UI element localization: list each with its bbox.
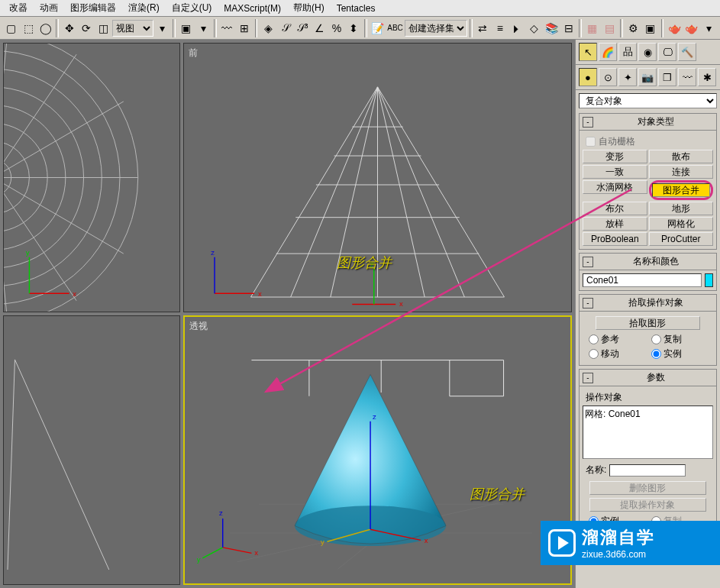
- menu-render[interactable]: 渲染(R): [122, 0, 166, 17]
- quick-render-icon[interactable]: 🫖: [683, 19, 699, 37]
- layer-mgr-icon[interactable]: ⊟: [560, 19, 576, 37]
- radio-reference[interactable]: 参考: [589, 333, 645, 346]
- snap3-icon[interactable]: 𝒮³: [294, 19, 310, 37]
- pick-shape-button[interactable]: 拾取图形: [596, 316, 700, 330]
- text-icon[interactable]: ABC: [386, 19, 404, 37]
- rollout-name-color: - 名称和颜色: [579, 253, 717, 291]
- operand-item[interactable]: 网格: Cone01: [585, 408, 711, 421]
- spinner-snap-icon[interactable]: ⬍: [346, 19, 362, 37]
- move-icon[interactable]: ✥: [61, 19, 77, 37]
- teapot-icon[interactable]: 🫖: [666, 19, 682, 37]
- auto-grid-checkbox: [586, 137, 596, 147]
- mesher-button[interactable]: 网格化: [649, 217, 714, 231]
- viewport-perspective[interactable]: 透视: [183, 315, 572, 585]
- lights-icon[interactable]: ✦: [618, 68, 637, 86]
- svg-text:x: x: [258, 289, 262, 298]
- select-rect-icon[interactable]: ⬚: [20, 19, 36, 37]
- terrain-button[interactable]: 地形: [649, 202, 714, 215]
- morph-button[interactable]: 变形: [583, 150, 647, 163]
- motion-tab-icon[interactable]: ◉: [638, 43, 657, 61]
- edit-selection-icon[interactable]: 📝: [370, 19, 386, 37]
- layers-icon[interactable]: 📚: [543, 19, 559, 37]
- viewport-left[interactable]: [3, 315, 180, 585]
- select-region-icon[interactable]: ▢: [3, 19, 19, 37]
- svg-line-9: [4, 102, 124, 178]
- menu-customize[interactable]: 自定义(U): [166, 0, 218, 17]
- rotate-icon[interactable]: ⟳: [79, 19, 95, 37]
- connect-button[interactable]: 连接: [649, 165, 714, 179]
- snap-icon[interactable]: 𝒮: [277, 19, 293, 37]
- proboolean-button[interactable]: ProBoolean: [583, 232, 647, 246]
- hierarchy-tab-icon[interactable]: 品: [618, 43, 637, 61]
- shapemerge-highlight: 图形合并: [649, 180, 714, 200]
- operand-label: 操作对象: [583, 389, 713, 405]
- layer-icon[interactable]: ▣: [178, 19, 194, 37]
- radio-copy[interactable]: 复制: [651, 333, 708, 346]
- dropdown-arrow-icon[interactable]: ▾: [154, 19, 170, 37]
- radio-move[interactable]: 移动: [589, 347, 645, 360]
- category-dropdown[interactable]: 复合对象: [579, 93, 717, 108]
- boolean-button[interactable]: 布尔: [583, 202, 647, 215]
- object-name-input[interactable]: [583, 273, 702, 287]
- render-setup-icon[interactable]: ⚙: [625, 19, 641, 37]
- render-dropdown-icon[interactable]: ▾: [700, 19, 716, 37]
- operand-name-input[interactable]: [609, 464, 686, 477]
- object-color-swatch[interactable]: [705, 273, 713, 287]
- menu-tentacles[interactable]: Tentacles: [331, 1, 382, 16]
- layer-dropdown-icon[interactable]: ▾: [195, 19, 211, 37]
- shapes-icon[interactable]: ⊙: [599, 68, 617, 86]
- operand-listbox[interactable]: 网格: Cone01: [583, 405, 713, 459]
- rollout-pick-operand: - 拾取操作对象 拾取图形 参考 复制 移动 实例: [579, 294, 717, 366]
- loft-button[interactable]: 放样: [583, 217, 647, 231]
- viewport-top[interactable]: x y: [3, 43, 180, 312]
- view-dropdown[interactable]: 视图: [112, 20, 153, 37]
- curve-editor-icon[interactable]: 〰: [219, 19, 235, 37]
- shapemerge-button[interactable]: 图形合并: [652, 183, 711, 197]
- mixer-icon[interactable]: ⊞: [236, 19, 252, 37]
- scatter-button[interactable]: 散布: [649, 150, 714, 163]
- scale-icon[interactable]: ◫: [95, 19, 111, 37]
- material-icon[interactable]: ▤: [602, 19, 618, 37]
- blobmesh-button[interactable]: 水滴网格: [583, 180, 647, 194]
- rollout-parameters-header[interactable]: - 参数: [580, 370, 716, 386]
- procutter-button[interactable]: ProCutter: [649, 232, 714, 246]
- delete-shape-button[interactable]: 删除图形: [589, 481, 707, 495]
- rollout-object-type-header[interactable]: - 对象类型: [580, 114, 716, 131]
- modify-tab-icon[interactable]: 🌈: [599, 43, 617, 61]
- svg-line-13: [4, 178, 76, 301]
- conform-button[interactable]: 一致: [583, 165, 647, 179]
- svg-text:z: z: [373, 412, 376, 421]
- geometry-icon[interactable]: ●: [579, 68, 597, 86]
- viewport-perspective-label: 透视: [189, 320, 208, 333]
- menu-animation[interactable]: 动画: [34, 0, 64, 17]
- erase-icon[interactable]: ◇: [526, 19, 542, 37]
- selection-set-dropdown[interactable]: 创建选择集: [405, 20, 467, 37]
- menu-maxscript[interactable]: MAXScript(M): [218, 1, 287, 16]
- select-circle-icon[interactable]: ◯: [37, 19, 53, 37]
- menu-graph-editors[interactable]: 图形编辑器: [64, 0, 122, 17]
- menu-help[interactable]: 帮助(H): [287, 0, 331, 17]
- space-warps-icon[interactable]: 〰: [678, 68, 696, 86]
- render-frame-icon[interactable]: ▣: [642, 19, 658, 37]
- rollout-name-color-header[interactable]: - 名称和颜色: [580, 254, 716, 270]
- align-icon[interactable]: ≡: [492, 19, 508, 37]
- percent-snap-icon[interactable]: %: [328, 19, 344, 37]
- collapse-icon: -: [583, 257, 593, 267]
- create-tab-icon[interactable]: ↖: [579, 43, 597, 61]
- cameras-icon[interactable]: 📷: [638, 68, 657, 86]
- extract-operand-button[interactable]: 提取操作对象: [589, 498, 707, 512]
- align-dropdown-icon[interactable]: ⏵: [509, 19, 525, 37]
- create-subtabs-row: ● ⊙ ✦ 📷 ❐ 〰 ✱: [576, 65, 720, 90]
- viewport-front[interactable]: 前 x: [183, 43, 572, 312]
- helpers-icon[interactable]: ❐: [658, 68, 676, 86]
- angle-snap-icon[interactable]: ∠: [312, 19, 328, 37]
- mirror-icon[interactable]: ⇄: [475, 19, 491, 37]
- utilities-tab-icon[interactable]: 🔨: [678, 43, 696, 61]
- schematic-icon[interactable]: ▦: [584, 19, 600, 37]
- rollout-pick-operand-header[interactable]: - 拾取操作对象: [580, 295, 716, 312]
- display-tab-icon[interactable]: 🖵: [658, 43, 676, 61]
- menu-modifier[interactable]: 改器: [3, 0, 34, 17]
- box-icon[interactable]: ◈: [260, 19, 276, 37]
- radio-instance[interactable]: 实例: [651, 347, 708, 360]
- systems-icon[interactable]: ✱: [698, 68, 716, 86]
